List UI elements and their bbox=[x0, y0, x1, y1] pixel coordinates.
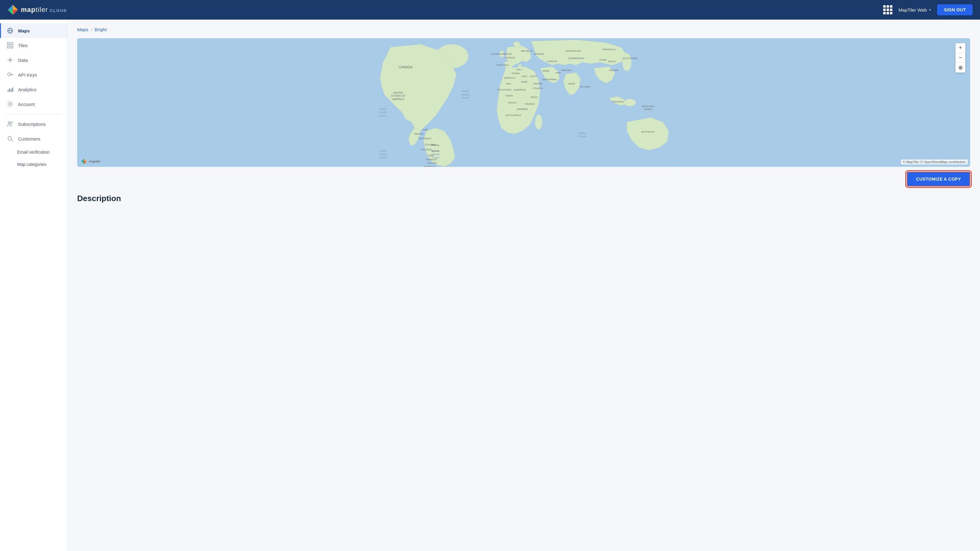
svg-text:MOROCCO: MOROCCO bbox=[504, 77, 515, 79]
sidebar-item-data[interactable]: Data bbox=[0, 52, 67, 67]
svg-text:ZIMBABWE: ZIMBABWE bbox=[517, 108, 528, 110]
svg-text:KAZAKHSTAN: KAZAKHSTAN bbox=[565, 49, 581, 52]
svg-text:Pacific: Pacific bbox=[379, 111, 387, 114]
logo-text: maptiler bbox=[21, 6, 48, 14]
svg-text:LIBYA: LIBYA bbox=[522, 75, 527, 78]
gear-icon bbox=[7, 101, 13, 107]
sidebar-item-account[interactable]: Account bbox=[0, 97, 67, 111]
zoom-out-button[interactable]: − bbox=[956, 53, 965, 63]
header: maptiler CLOUD MapTiler Web ▾ SIGN OUT bbox=[0, 0, 980, 20]
svg-text:SOUTH KOREA: SOUTH KOREA bbox=[622, 57, 638, 59]
breadcrumb-current: Bright bbox=[95, 27, 107, 32]
sidebar-item-tiles-label: Tiles bbox=[18, 43, 27, 48]
sidebar-item-api-keys[interactable]: API Keys bbox=[0, 67, 67, 82]
svg-text:BELARUS: BELARUS bbox=[521, 49, 532, 52]
sidebar-item-tiles[interactable]: Tiles bbox=[0, 38, 67, 52]
svg-text:CHINA: CHINA bbox=[599, 59, 607, 61]
sign-out-button[interactable]: SIGN OUT bbox=[937, 4, 973, 15]
map-controls: + − ⊕ bbox=[956, 43, 965, 73]
svg-text:SAUDI ARABIA: SAUDI ARABIA bbox=[542, 78, 557, 81]
svg-text:TURKMENISTAN: TURKMENISTAN bbox=[568, 57, 584, 59]
svg-marker-105 bbox=[84, 159, 87, 161]
map-container[interactable]: CANADA UNITED STATES OF AMERICA North Pa… bbox=[77, 38, 970, 167]
tiles-icon bbox=[7, 42, 13, 48]
header-right: MapTiler Web ▾ SIGN OUT bbox=[883, 4, 973, 15]
svg-text:PORTUGAL: PORTUGAL bbox=[496, 64, 509, 67]
svg-text:ARGENTINA: ARGENTINA bbox=[423, 166, 436, 167]
sidebar-item-subscriptions-label: Subscriptions bbox=[18, 122, 46, 127]
grid-apps-icon[interactable] bbox=[883, 5, 892, 14]
logo[interactable]: maptiler CLOUD bbox=[7, 4, 67, 15]
sidebar-item-email-verification[interactable]: Email verification bbox=[0, 146, 67, 158]
sidebar-item-data-label: Data bbox=[18, 57, 28, 63]
svg-text:UNITED: UNITED bbox=[393, 91, 403, 94]
sidebar-item-analytics[interactable]: Analytics bbox=[0, 82, 67, 97]
svg-text:Pacific: Pacific bbox=[379, 153, 387, 156]
svg-text:UKRAINE: UKRAINE bbox=[533, 52, 544, 56]
sidebar-item-email-verification-label: Email verification bbox=[17, 150, 49, 155]
svg-rect-21 bbox=[8, 90, 9, 92]
key-icon bbox=[7, 71, 13, 78]
people-icon bbox=[7, 121, 13, 127]
svg-text:PERU: PERU bbox=[428, 155, 434, 157]
sidebar-item-customers-label: Customers bbox=[18, 136, 40, 141]
svg-text:EGYPT: EGYPT bbox=[530, 75, 538, 78]
svg-text:VIETNAM: VIETNAM bbox=[609, 69, 618, 71]
svg-text:CAMEROON: CAMEROON bbox=[513, 89, 525, 91]
svg-text:ECUADOR: ECUADOR bbox=[421, 148, 431, 151]
svg-text:IRAN: IRAN bbox=[555, 71, 560, 74]
svg-point-25 bbox=[9, 103, 11, 105]
svg-rect-8 bbox=[7, 43, 10, 45]
svg-point-33 bbox=[624, 99, 636, 106]
svg-text:Ocean: Ocean bbox=[461, 96, 470, 99]
search-icon bbox=[7, 136, 13, 142]
breadcrumb-maps-link[interactable]: Maps bbox=[77, 27, 89, 32]
svg-text:Ocean: Ocean bbox=[379, 156, 387, 159]
svg-text:ETHIOPIA: ETHIOPIA bbox=[533, 87, 543, 89]
svg-marker-2 bbox=[13, 10, 18, 15]
logo-icon bbox=[7, 4, 18, 15]
workspace-selector[interactable]: MapTiler Web ▾ bbox=[899, 7, 931, 13]
svg-text:GUINEA: GUINEA bbox=[644, 108, 652, 110]
sidebar-item-subscriptions[interactable]: Subscriptions bbox=[0, 117, 67, 131]
sidebar-item-account-label: Account bbox=[18, 102, 35, 107]
main-content: Maps / Bright bbox=[67, 20, 980, 551]
svg-marker-1 bbox=[13, 5, 18, 10]
customize-row: CUSTOMIZE A COPY bbox=[77, 172, 970, 186]
sidebar-item-customers[interactable]: Customers bbox=[0, 131, 67, 146]
svg-text:UNITED KINGDOM: UNITED KINGDOM bbox=[491, 52, 512, 56]
globe-icon bbox=[7, 27, 13, 34]
svg-text:ITALY: ITALY bbox=[516, 68, 522, 71]
svg-text:MALI: MALI bbox=[506, 83, 511, 85]
svg-point-34 bbox=[622, 53, 631, 71]
compass-button[interactable]: ⊕ bbox=[956, 63, 965, 73]
svg-text:Indian: Indian bbox=[578, 131, 586, 135]
sidebar-divider bbox=[6, 114, 61, 114]
svg-text:North: North bbox=[380, 108, 387, 111]
svg-text:South: South bbox=[379, 149, 387, 152]
svg-text:FRANCE: FRANCE bbox=[505, 56, 515, 59]
breadcrumb-separator: / bbox=[91, 27, 92, 32]
svg-point-26 bbox=[8, 122, 10, 124]
sidebar-item-maps-label: Maps bbox=[18, 28, 30, 33]
world-map: CANADA UNITED STATES OF AMERICA North Pa… bbox=[77, 38, 970, 167]
svg-point-27 bbox=[11, 122, 13, 124]
description-title: Description bbox=[77, 194, 970, 203]
svg-text:GABON: GABON bbox=[505, 95, 513, 97]
svg-text:North: North bbox=[462, 89, 469, 93]
sidebar-item-maps[interactable]: Maps bbox=[0, 23, 67, 38]
svg-marker-108 bbox=[81, 159, 84, 161]
svg-text:TÜRKİYE: TÜRKİYE bbox=[547, 60, 557, 63]
customize-copy-button[interactable]: CUSTOMIZE A COPY bbox=[907, 172, 970, 186]
sidebar-item-map-categories[interactable]: Map categories bbox=[0, 158, 67, 170]
svg-text:PAPUA NEW: PAPUA NEW bbox=[641, 105, 654, 108]
sidebar-item-api-keys-label: API Keys bbox=[18, 72, 37, 78]
svg-rect-10 bbox=[7, 46, 10, 48]
zoom-in-button[interactable]: + bbox=[956, 43, 965, 53]
svg-rect-23 bbox=[11, 89, 12, 92]
svg-text:MACAO: MACAO bbox=[608, 60, 616, 62]
svg-text:AUSTRALIA: AUSTRALIA bbox=[641, 130, 655, 133]
svg-point-17 bbox=[8, 73, 11, 76]
svg-text:MONGOLIA: MONGOLIA bbox=[602, 48, 616, 51]
sidebar-item-analytics-label: Analytics bbox=[18, 87, 37, 92]
